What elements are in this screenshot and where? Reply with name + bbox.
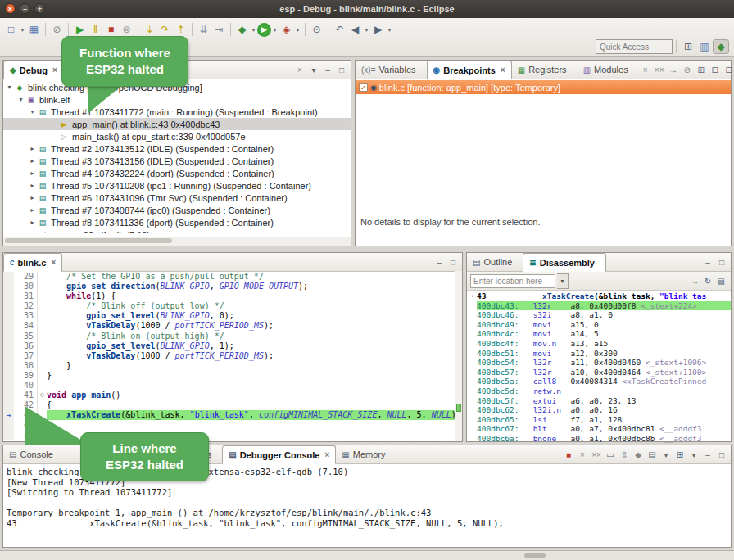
code-line[interactable]: 34 vTaskDelay(1000 / portTICK_PERIOD_MS)… [3, 321, 462, 331]
minimize-icon[interactable]: – [433, 255, 446, 269]
fold-icon[interactable] [38, 282, 47, 291]
code-line[interactable]: 40 [3, 381, 462, 391]
gutter-annotation-icon[interactable] [3, 272, 14, 282]
line-number[interactable]: 38 [14, 361, 38, 371]
new-dropdown-icon[interactable]: ▾ [19, 21, 26, 38]
line-number[interactable]: 37 [14, 351, 38, 361]
expander-icon[interactable]: ▸ [28, 169, 37, 177]
gutter-annotation-icon[interactable] [3, 420, 14, 430]
disassembly-row[interactable]: 400dbc65: lsi f7, a1, 128 [467, 415, 731, 425]
location-dropdown-icon[interactable]: ▾ [557, 273, 569, 289]
code-line[interactable]: 36 gpio_set_level(BLINK_GPIO, 1); [3, 341, 462, 351]
breakpoint-row[interactable]: ✓ ◉ blink.c [function: app_main] [type: … [356, 80, 731, 94]
disassembly-row[interactable]: 400dbc4c: movi a14, 5 [467, 329, 731, 339]
window-close-button[interactable]: × [5, 3, 16, 14]
cpp-perspective-icon[interactable]: ▥ [696, 39, 713, 54]
gutter-annotation-icon[interactable] [3, 282, 14, 291]
remove-all-launches-icon[interactable]: ×× [590, 448, 603, 461]
debug-tree-row[interactable]: ▸ ▤ Thread #2 1073413512 (IDLE) (Suspend… [3, 142, 351, 155]
disassembly-row[interactable]: 400dbc49: movi a15, 0 [467, 320, 731, 330]
line-number[interactable]: 31 [14, 291, 38, 301]
fold-icon[interactable] [38, 311, 47, 321]
code-line[interactable]: 33 gpio_set_level(BLINK_GPIO, 0); [3, 311, 462, 321]
gutter-annotation-icon[interactable] [3, 311, 14, 321]
toolbar-separator[interactable] [230, 23, 231, 36]
debug-tree-row[interactable]: ▸ ▤ Thread #3 1073413156 (IDLE) (Suspend… [3, 155, 351, 167]
line-number[interactable]: 40 [14, 381, 38, 391]
tab-console[interactable]: ▤ Console [3, 445, 64, 463]
maximize-icon[interactable]: □ [715, 255, 728, 269]
minimize-icon[interactable]: – [321, 63, 334, 76]
step-into-icon[interactable]: ⇣ [142, 21, 157, 38]
line-number[interactable]: 41 [14, 391, 38, 400]
gutter-annotation-icon[interactable]: → [3, 410, 14, 420]
pin-console-icon[interactable]: ◆ [632, 448, 645, 461]
expand-all-icon[interactable]: ⊞ [695, 63, 708, 76]
terminate-icon[interactable]: ■ [103, 21, 119, 38]
suspend-icon[interactable]: ‖ [88, 21, 103, 38]
tab-variables[interactable]: (x)= Variables [356, 61, 427, 79]
disassembly-listing[interactable]: → 43 xTaskCreate(&blink_task, "blink_tas… [467, 291, 731, 443]
clear-console-icon[interactable]: ▭ [604, 448, 617, 461]
expander-icon[interactable]: ▾ [28, 108, 37, 115]
line-number[interactable]: 39 [14, 371, 38, 381]
back-icon[interactable]: ◀ [347, 21, 363, 38]
remove-launch-icon[interactable]: × [576, 448, 589, 461]
search-icon[interactable]: ⊙ [309, 21, 324, 38]
tab-debug[interactable]: ◆ Debug × [3, 61, 64, 79]
disassembly-row[interactable]: 400dbc43: l32r a8, 0x400d00f8 <_stext+22… [467, 301, 731, 311]
expander-icon[interactable]: ▾ [5, 84, 14, 91]
debug-tree-row[interactable]: ▸ ▤ Thread #4 1073432224 (dport) (Suspen… [3, 167, 351, 179]
tab-close-icon[interactable]: × [52, 65, 57, 75]
link-with-debug-icon[interactable]: ⊡ [723, 63, 734, 76]
view-menu-icon[interactable]: ▾ [307, 63, 320, 76]
gutter-annotation-icon[interactable] [3, 301, 14, 311]
disassembly-row[interactable]: 400dbc62: l32i.n a0, a0, 16 [467, 405, 731, 415]
skip-all-breakpoints-icon[interactable]: ⊘ [681, 63, 694, 76]
code-line[interactable]: 38 } [3, 361, 462, 371]
quick-access-input[interactable] [596, 39, 673, 54]
debug-tree-row[interactable]: ▸ ▤ Thread #6 1073431096 (Tmr Svc) (Susp… [3, 192, 351, 204]
disconnect-icon[interactable]: ⊗ [119, 21, 134, 38]
toolbar-separator[interactable] [138, 23, 138, 36]
code-line[interactable]: 37 vTaskDelay(1000 / portTICK_PERIOD_MS)… [3, 351, 462, 361]
toolbar-separator[interactable] [192, 23, 193, 36]
fold-icon[interactable] [38, 291, 47, 301]
resume-icon[interactable]: ▶ [72, 21, 88, 38]
disassembly-row[interactable]: 400dbc57: l32r a10, 0x400d0464 <_stext+1… [467, 368, 731, 377]
debug-tree-row[interactable]: ▸ ▤ Thread #7 1073408744 (ipc0) (Suspend… [3, 204, 351, 216]
disassembly-row[interactable]: 400dbc51: movi a12, 0x300 [467, 349, 731, 359]
location-input[interactable] [470, 274, 555, 288]
window-minimize-button[interactable]: – [20, 3, 30, 14]
scrollbar-thumb[interactable] [5, 238, 172, 243]
tab-registers[interactable]: ▦ Registers [512, 61, 578, 79]
disassembly-row[interactable]: 400dbc54: l32r a11, 0x400d0460 <_stext+1… [467, 358, 731, 368]
save-icon[interactable]: ▦ [26, 21, 42, 38]
disassembly-row[interactable]: → 43 xTaskCreate(&blink_task, "blink_tas [467, 291, 731, 301]
display-console-icon[interactable]: ▤ [646, 448, 659, 461]
debug-tree-row[interactable]: ▷ main_task() at cpu_start.c:339 0x400d0… [3, 130, 351, 142]
expander-icon[interactable]: ▾ [16, 96, 25, 103]
gutter-annotation-icon[interactable] [3, 351, 14, 361]
debug-perspective-icon[interactable]: ◆ [713, 39, 729, 54]
window-maximize-button[interactable]: + [34, 3, 45, 14]
code-line[interactable]: 35 /* Blink on (output high) */ [3, 332, 462, 341]
fold-icon[interactable] [38, 301, 47, 311]
run-icon[interactable]: ▶ [257, 23, 271, 37]
minimize-icon[interactable]: – [701, 448, 714, 461]
fold-icon[interactable] [38, 341, 47, 351]
instruction-stepping-icon[interactable]: ⇥ [211, 21, 227, 38]
back-dropdown-icon[interactable]: ▾ [363, 21, 370, 38]
disassembly-row[interactable]: 400dbc46: s32i a8, a1, 0 [467, 310, 731, 320]
line-number[interactable]: 34 [14, 321, 38, 331]
tab-modules[interactable]: ▥ Modules [578, 61, 639, 79]
expander-icon[interactable]: ▸ [28, 219, 37, 226]
fold-icon[interactable]: ⊖ [38, 391, 47, 400]
code-line[interactable]: 39 } [3, 371, 462, 381]
drop-to-frame-icon[interactable]: ⇊ [196, 21, 211, 38]
maximize-icon[interactable]: □ [715, 448, 728, 461]
show-breakpoint-file-icon[interactable]: → [667, 63, 680, 76]
open-console-dropdown-icon[interactable]: ▾ [687, 448, 700, 461]
expander-icon[interactable]: ▸ [28, 194, 37, 201]
line-number[interactable]: 30 [14, 282, 38, 291]
